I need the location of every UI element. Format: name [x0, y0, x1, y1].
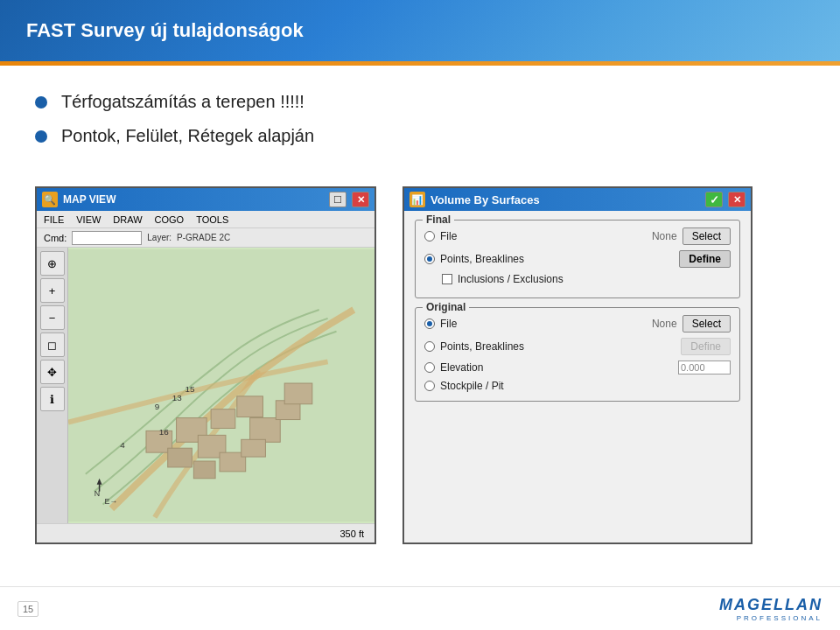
- original-file-select-btn[interactable]: Select: [682, 315, 731, 332]
- original-elevation-radio[interactable]: [424, 362, 435, 373]
- bullet-dot-2: [35, 130, 47, 143]
- svg-text:16: 16: [159, 427, 169, 437]
- original-file-value: None: [652, 318, 677, 330]
- vol-icon: 📊: [410, 192, 425, 207]
- vol-ok-btn[interactable]: ✓: [705, 192, 723, 207]
- inclusions-row: Inclusions / Exclusions: [442, 273, 731, 285]
- final-group: Final File None Select Points, Breakline…: [415, 220, 740, 298]
- bullet-item-1: Térfogatszámítás a terepen !!!!!: [35, 92, 805, 112]
- svg-text:13: 13: [172, 393, 182, 402]
- original-stockpile-label: Stockpile / Pit: [440, 380, 731, 392]
- main-content: Térfogatszámítás a terepen !!!!! Pontok,…: [0, 66, 840, 562]
- menu-cogo[interactable]: COGO: [155, 214, 185, 225]
- bullet-list: Térfogatszámítás a terepen !!!!! Pontok,…: [35, 92, 805, 160]
- svg-rect-7: [250, 418, 281, 443]
- original-file-label: File: [440, 318, 643, 330]
- svg-text:9: 9: [155, 402, 160, 411]
- layer-label: Layer:: [147, 233, 172, 242]
- layer-value: P-GRADE 2C: [177, 233, 230, 242]
- svg-rect-12: [242, 439, 266, 457]
- vol-window: 📊 Volume By Surfaces ✓ ✕ Final File None…: [402, 186, 752, 544]
- page-title: FAST Survey új tulajdonságok: [26, 19, 304, 42]
- elevation-input[interactable]: [678, 360, 731, 374]
- magellan-logo: MAGELLAN PROFESSIONAL: [719, 596, 822, 622]
- cmd-label: Cmd:: [44, 233, 66, 243]
- svg-rect-5: [211, 410, 235, 429]
- final-file-radio[interactable]: [424, 231, 435, 242]
- vol-body: Final File None Select Points, Breakline…: [404, 211, 751, 419]
- svg-text:E→: E→: [105, 497, 118, 506]
- original-file-radio[interactable]: [424, 318, 435, 329]
- screenshots-row: 🔍 MAP VIEW ☐ ✕ FILE VIEW DRAW COGO TOOLS…: [35, 186, 805, 544]
- final-file-value: None: [652, 230, 677, 242]
- original-stockpile-radio[interactable]: [424, 381, 435, 391]
- zoom-in-btn[interactable]: +: [40, 278, 65, 303]
- map-icon: 🔍: [42, 192, 58, 207]
- svg-rect-6: [237, 396, 263, 417]
- original-file-row: File None Select: [424, 315, 731, 332]
- page-number: 15: [18, 601, 38, 617]
- map-toolbar: ⊕ + − ◻ ✥ ℹ: [37, 248, 68, 523]
- original-points-radio[interactable]: [424, 341, 435, 352]
- map-close-btn[interactable]: ✕: [352, 192, 369, 207]
- svg-rect-9: [284, 383, 312, 404]
- bullet-dot-1: [35, 96, 47, 108]
- final-file-label: File: [440, 230, 643, 242]
- map-title: MAP VIEW: [63, 193, 324, 206]
- svg-rect-3: [168, 448, 192, 467]
- info-btn[interactable]: ℹ: [40, 387, 65, 411]
- bullet-item-2: Pontok, Felület, Rétegek alapján: [35, 126, 805, 146]
- original-group-label: Original: [423, 301, 469, 313]
- final-points-define-btn[interactable]: Define: [679, 250, 731, 268]
- menu-tools[interactable]: TOOLS: [196, 214, 228, 225]
- final-file-select-btn[interactable]: Select: [682, 228, 731, 245]
- final-points-row: Points, Breaklines Define: [424, 250, 731, 268]
- final-group-label: Final: [423, 214, 454, 226]
- final-file-row: File None Select: [424, 228, 731, 245]
- original-group: Original File None Select Points, Breakl…: [415, 307, 740, 402]
- map-cmdbar: Cmd: Layer: P-GRADE 2C: [37, 228, 374, 248]
- menu-draw[interactable]: DRAW: [113, 214, 142, 225]
- map-window: 🔍 MAP VIEW ☐ ✕ FILE VIEW DRAW COGO TOOLS…: [35, 186, 376, 544]
- map-footer: 350 ft: [37, 523, 374, 542]
- vol-titlebar: 📊 Volume By Surfaces ✓ ✕: [404, 188, 751, 211]
- original-points-define-btn[interactable]: Define: [681, 338, 731, 355]
- original-elevation-row: Elevation: [424, 360, 731, 374]
- select-btn[interactable]: ◻: [40, 332, 65, 357]
- original-stockpile-row: Stockpile / Pit: [424, 380, 731, 392]
- final-points-radio[interactable]: [424, 254, 435, 264]
- magellan-name: MAGELLAN: [719, 596, 822, 614]
- inclusions-label: Inclusions / Exclusions: [458, 273, 731, 285]
- vol-close-btn[interactable]: ✕: [728, 192, 746, 207]
- original-points-label: Points, Breaklines: [440, 340, 676, 353]
- map-canvas: 4 9 13 15 16 N E→: [68, 248, 374, 523]
- map-body: ⊕ + − ◻ ✥ ℹ: [37, 248, 374, 523]
- map-menubar: FILE VIEW DRAW COGO TOOLS: [37, 211, 374, 228]
- svg-text:15: 15: [185, 384, 194, 394]
- svg-rect-10: [193, 461, 215, 479]
- header: FAST Survey új tulajdonságok: [0, 0, 840, 61]
- zoom-out-btn[interactable]: −: [40, 305, 65, 330]
- inclusions-checkbox[interactable]: [442, 274, 452, 284]
- map-titlebar: 🔍 MAP VIEW ☐ ✕: [37, 188, 374, 211]
- menu-file[interactable]: FILE: [44, 214, 64, 225]
- footer: 15 MAGELLAN PROFESSIONAL: [0, 586, 840, 630]
- original-elevation-label: Elevation: [440, 361, 673, 374]
- pan-btn[interactable]: ✥: [40, 360, 65, 384]
- vol-title: Volume By Surfaces: [430, 193, 700, 206]
- zoom-extent-btn[interactable]: ⊕: [40, 251, 65, 276]
- map-scale: 350 ft: [340, 528, 364, 539]
- original-points-row: Points, Breaklines Define: [424, 338, 731, 355]
- svg-text:4: 4: [120, 440, 125, 450]
- cmd-input[interactable]: [72, 231, 142, 245]
- map-phone-btn[interactable]: ☐: [329, 192, 346, 207]
- menu-view[interactable]: VIEW: [76, 214, 101, 225]
- final-points-label: Points, Breaklines: [440, 253, 674, 265]
- magellan-tagline: PROFESSIONAL: [737, 614, 822, 622]
